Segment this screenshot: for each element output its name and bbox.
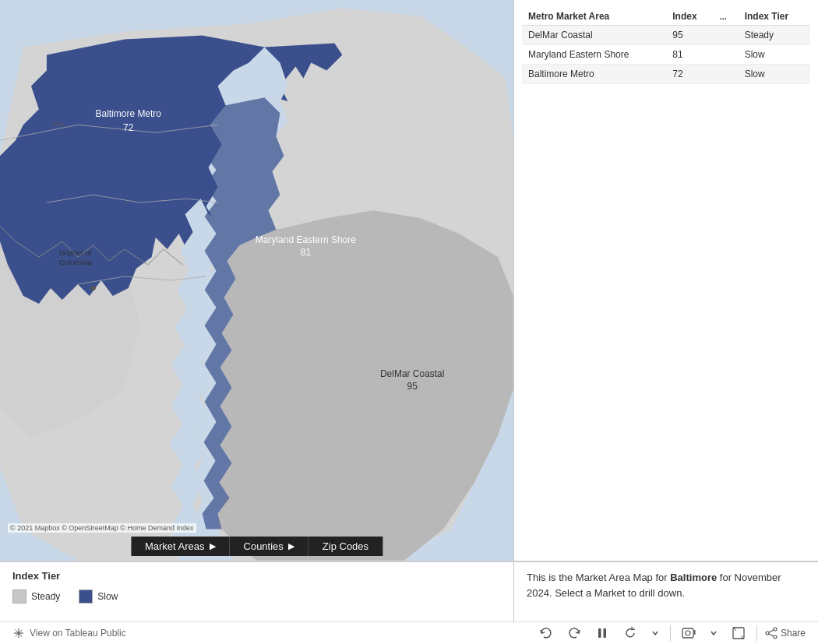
toolbar-right: Share (536, 625, 806, 642)
tableau-icon (12, 627, 25, 639)
md-eastern-shore-value: 81 (301, 247, 312, 258)
svg-point-9 (686, 631, 690, 635)
redo-icon (567, 626, 581, 640)
undo-button[interactable] (536, 625, 556, 642)
dc-label: District of (59, 248, 92, 257)
cell-tier-1: Slow (739, 45, 810, 65)
table-header-row: Metro Market Area Index ... Index Tier (522, 8, 810, 26)
bottom-section: Index Tier Steady Slow This is the Marke… (0, 561, 818, 621)
pause-button[interactable] (592, 625, 612, 642)
dc-label2: Columbia (59, 258, 93, 266)
svg-rect-6 (598, 628, 601, 638)
svg-line-16 (769, 634, 774, 636)
screenshot-dropdown-button[interactable] (707, 628, 721, 639)
share-label: Share (781, 628, 806, 639)
cell-tier-2: Slow (739, 65, 810, 84)
dc-dot (91, 286, 96, 290)
baltimore-metro-value: 72 (123, 122, 134, 133)
delmar-coastal-value: 95 (407, 381, 418, 392)
legend-label-slow: Slow (97, 591, 118, 602)
svg-rect-10 (694, 630, 696, 635)
cell-dots-0 (714, 26, 739, 45)
cell-tier-0: Steady (739, 26, 810, 45)
svg-point-12 (774, 628, 777, 631)
share-icon (765, 627, 777, 639)
md-eastern-shore-label: Maryland Eastern Shore (256, 234, 356, 245)
chevron-down-icon-2 (710, 629, 718, 637)
toolbar-divider (670, 625, 671, 641)
expand-button[interactable] (728, 625, 749, 642)
swatch-steady (12, 589, 26, 604)
col-header-tier: Index Tier (739, 8, 810, 26)
tab-counties[interactable]: Counties ▶ (230, 537, 309, 556)
chevron-down-icon (651, 629, 659, 637)
legend-label-steady: Steady (31, 591, 60, 602)
legend-item-steady: Steady (12, 589, 60, 604)
col-header-index: Index (666, 8, 713, 26)
cell-area-0: DelMar Coastal (522, 26, 666, 45)
legend-items: Steady Slow (12, 589, 501, 604)
svg-rect-8 (682, 628, 693, 638)
svg-line-15 (769, 630, 774, 632)
main-container: Baltimore Metro 72 Maryland Eastern Shor… (0, 0, 818, 644)
right-panel: Metro Market Area Index ... Index Tier D… (514, 0, 818, 561)
tab-zip-codes-label: Zip Codes (323, 540, 368, 552)
view-tableau-label: View on Tableau Public (30, 628, 126, 639)
cell-area-1: Maryland Eastern Shore (522, 45, 666, 65)
screenshot-icon (682, 626, 696, 640)
map-attribution: © 2021 Mapbox © OpenStreetMap © Home Dem… (8, 523, 196, 533)
top-section: Baltimore Metro 72 Maryland Eastern Shor… (0, 0, 818, 561)
baltimore-metro-label: Baltimore Metro (96, 108, 162, 119)
ma-label: Ma (53, 119, 64, 128)
tab-market-areas-label: Market Areas (145, 540, 205, 552)
tab-market-areas[interactable]: Market Areas ▶ (131, 537, 230, 556)
tab-counties-arrow: ▶ (288, 541, 294, 551)
tab-counties-label: Counties (244, 540, 284, 552)
cell-index-2: 72 (666, 65, 713, 84)
info-bold: Baltimore (670, 572, 717, 583)
cell-dots-1 (714, 45, 739, 65)
tab-zip-codes[interactable]: Zip Codes (309, 537, 383, 556)
map-svg: Baltimore Metro 72 Maryland Eastern Shor… (0, 0, 513, 561)
refresh-button[interactable] (620, 625, 640, 642)
tableau-link[interactable]: View on Tableau Public (12, 627, 126, 639)
refresh-dropdown-button[interactable] (648, 628, 662, 639)
svg-point-13 (766, 632, 769, 635)
col-header-area: Metro Market Area (522, 8, 666, 26)
cell-index-1: 81 (666, 45, 713, 65)
col-header-dots[interactable]: ... (714, 8, 739, 26)
svg-point-14 (774, 635, 777, 639)
cell-area-2: Baltimore Metro (522, 65, 666, 84)
refresh-icon (623, 626, 637, 640)
cell-index-0: 95 (666, 26, 713, 45)
table-row[interactable]: Maryland Eastern Shore 81 Slow (522, 45, 810, 65)
toolbar: View on Tableau Public (0, 621, 818, 644)
info-prefix: This is the Market Area Map for (527, 572, 670, 583)
share-button[interactable]: Share (765, 627, 806, 639)
svg-rect-7 (603, 628, 606, 638)
legend-title: Index Tier (12, 570, 501, 582)
toolbar-divider-2 (756, 625, 757, 641)
info-panel: This is the Market Area Map for Baltimor… (514, 562, 818, 621)
expand-icon (732, 626, 746, 640)
cell-dots-2 (714, 65, 739, 84)
pause-icon (595, 626, 609, 640)
data-table: Metro Market Area Index ... Index Tier D… (522, 8, 810, 84)
redo-button[interactable] (564, 625, 584, 642)
legend-item-slow: Slow (79, 589, 118, 604)
legend-panel: Index Tier Steady Slow (0, 562, 514, 621)
map-container: Baltimore Metro 72 Maryland Eastern Shor… (0, 0, 514, 561)
table-row[interactable]: DelMar Coastal 95 Steady (522, 26, 810, 45)
info-text: This is the Market Area Map for Baltimor… (527, 570, 806, 600)
map-tabs: Market Areas ▶ Counties ▶ Zip Codes (131, 537, 383, 556)
table-row[interactable]: Baltimore Metro 72 Slow (522, 65, 810, 84)
tab-market-areas-arrow: ▶ (210, 541, 216, 551)
undo-icon (539, 626, 553, 640)
swatch-slow (79, 589, 93, 604)
screenshot-button[interactable] (679, 625, 699, 642)
delmar-coastal-label: DelMar Coastal (380, 368, 444, 379)
